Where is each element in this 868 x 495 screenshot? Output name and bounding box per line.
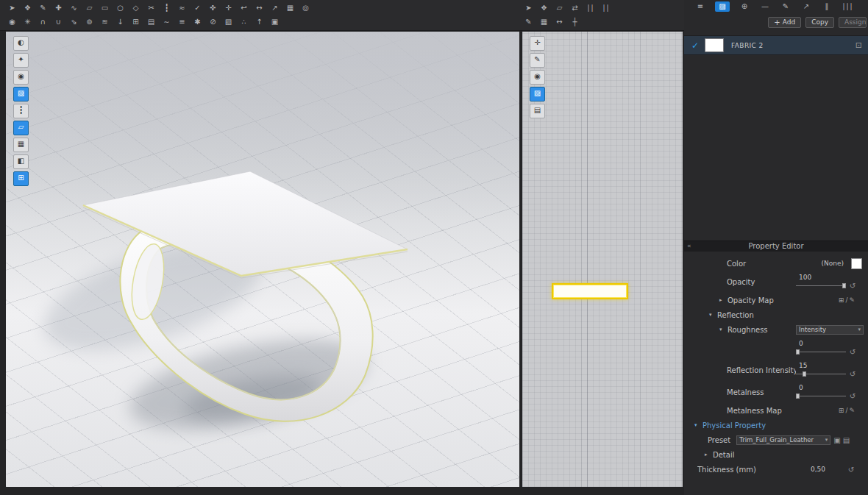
stiffen-icon[interactable]: ≡ [177,16,187,27]
highlight-icon[interactable]: ✦ [13,53,29,68]
show-seams-icon[interactable]: ┇ [13,104,29,118]
map-slot-icon[interactable]: ⊞ [839,407,844,414]
library-icon[interactable]: ⊕ [739,1,750,12]
tack-icon[interactable]: ✛ [224,2,233,13]
particle-distance-icon[interactable]: ∴ [239,16,249,27]
layer-up-icon[interactable]: ↑ [255,16,264,27]
tape-icon[interactable]: ∩ [38,16,48,27]
fabric-list-item[interactable]: ✓ FABRIC 2 ⊡ [684,35,868,55]
2d-sync-icon[interactable]: ⇄ [570,2,580,13]
map-edit-icon[interactable]: ✎ [849,407,855,414]
fold-arrange-icon[interactable]: ↩ [239,2,249,13]
2d-pattern-outline-icon[interactable]: ▱ [555,2,564,13]
2d-info-icon[interactable]: ▤ [530,104,545,118]
edit-icon[interactable]: ✎ [780,1,791,12]
2d-divider-icon[interactable]: ∣∣ [601,2,611,13]
show-garment-icon[interactable]: ▨ [13,87,29,102]
assign-button[interactable]: Assign [839,17,867,28]
pressure-icon[interactable]: ⊚ [85,16,94,27]
map-edit-icon[interactable]: ✎ [849,296,855,304]
2d-divider-icon[interactable]: ∣∣ [586,2,595,13]
minimize-icon[interactable]: — [759,1,771,12]
zoom-tool-icon[interactable]: ◎ [301,2,310,13]
segment-sewing-icon[interactable]: ┇ [162,2,171,13]
mesh-icon[interactable]: ▧ [224,16,233,27]
open-preset-icon[interactable]: ▤ [843,436,850,444]
detail-row[interactable]: ▸ Detail [684,447,868,462]
2d-select-icon[interactable]: ➤ [524,2,533,13]
object-browser-tab-icon[interactable]: ▨ [715,1,730,12]
opacity-slider[interactable] [796,282,846,289]
rectangle-tool-icon[interactable]: ▭ [100,2,110,13]
map-slot-icon[interactable]: ⊞ [839,296,844,304]
2d-align-icon[interactable]: ┼ [570,16,580,27]
trim-3d-model[interactable] [6,32,519,487]
show-grid-icon[interactable]: ⊞ [13,171,29,186]
scissors-icon[interactable]: ✂ [146,2,156,13]
layout-icon[interactable]: ∥ [821,1,833,12]
grain-line-icon[interactable]: ↗ [270,2,280,13]
collapse-panel-icon[interactable]: « [687,242,691,249]
roughness-reset-icon[interactable]: ↺ [848,348,857,356]
2d-pan-icon[interactable]: ✛ [530,36,545,51]
show-avatar-icon[interactable]: ◉ [13,70,29,85]
2d-brush-icon[interactable]: ✎ [530,53,545,68]
smooth-icon[interactable]: ∼ [162,16,171,27]
deactivate-icon[interactable]: ⊘ [208,16,218,27]
2d-transform-icon[interactable]: ❖ [539,2,549,13]
physical-property-caret-icon[interactable]: ▾ [694,422,702,428]
reflection-intensity-reset-icon[interactable]: ↺ [848,370,857,378]
check-sewing-icon[interactable]: ✓ [193,2,202,13]
fabric-layer-icon[interactable]: ▤ [146,16,156,27]
wind-icon[interactable]: ≋ [100,16,110,27]
pin-box-icon[interactable]: ⊞ [131,16,140,27]
copy-button[interactable]: Copy [805,17,834,28]
metalness-slider[interactable] [796,393,846,399]
metalness-reset-icon[interactable]: ↺ [848,392,857,400]
select-tool-icon[interactable]: ➤ [7,2,17,13]
physical-property-section-row[interactable]: ▾ Physical Property [684,418,868,432]
polygon-tool-icon[interactable]: ▱ [85,2,94,13]
share-icon[interactable]: ↗ [800,1,812,12]
avatar-icon[interactable]: ◉ [7,16,17,27]
show-pattern-icon[interactable]: ▱ [13,121,29,135]
show-texture-icon[interactable]: ▦ [13,138,29,152]
thickness-reset-icon[interactable]: ↺ [847,466,855,474]
detail-caret-icon[interactable]: ▸ [705,452,713,457]
transform-pattern-icon[interactable]: ❖ [23,2,32,13]
freeze-icon[interactable]: ✱ [193,16,202,27]
measure-icon[interactable]: ↔ [255,2,264,13]
render-style-icon[interactable]: ◐ [13,36,29,51]
pose-icon[interactable]: ✳ [23,16,32,27]
reflection-intensity-slider[interactable] [796,371,846,377]
solidify-icon[interactable]: ▣ [270,16,280,27]
add-point-icon[interactable]: ✚ [54,2,63,13]
edit-curvature-icon[interactable]: ∿ [69,2,79,13]
preset-dropdown[interactable]: Trim_Full_Grain_Leather ▾ [736,435,830,445]
roughness-caret-icon[interactable]: ▾ [719,327,728,332]
pin-icon[interactable]: ✜ [208,2,218,13]
gravity-icon[interactable]: ↓ [115,16,125,27]
save-preset-icon[interactable]: ▣ [833,436,840,444]
add-button[interactable]: + Add [768,17,801,28]
2d-grid-icon[interactable]: ▦ [539,16,549,27]
roughness-mode-dropdown[interactable]: Intensity ▾ [796,325,864,335]
free-sewing-icon[interactable]: ≈ [177,2,187,13]
color-swatch[interactable] [851,258,862,269]
check-icon[interactable]: ✓ [691,40,705,51]
property-editor-header[interactable]: « Property Editor [684,241,868,252]
3d-viewport[interactable]: ◐✦◉▨┇▱▦◧⊞ [6,32,519,487]
2d-show-pattern-icon[interactable]: ▨ [530,87,545,102]
reflection-section-row[interactable]: ▾ Reflection [684,307,868,322]
2d-pattern-viewport[interactable]: ✛✎◉▨▤ [522,32,683,487]
opacity-reset-icon[interactable]: ↺ [848,282,857,290]
roughness-slider[interactable] [796,349,846,355]
edit-pattern-icon[interactable]: ✎ [38,2,48,13]
2d-measure-icon[interactable]: ↔ [555,16,564,27]
dart-tool-icon[interactable]: ◇ [131,2,140,13]
2d-texture-view-icon[interactable]: ◉ [530,70,545,85]
circle-tool-icon[interactable]: ○ [115,2,125,13]
show-strain-icon[interactable]: ◧ [13,154,29,169]
metalness-map-slot[interactable]: ⊞ / ✎ [839,407,855,414]
opacity-map-slot[interactable]: ⊞ / ✎ [839,296,855,304]
